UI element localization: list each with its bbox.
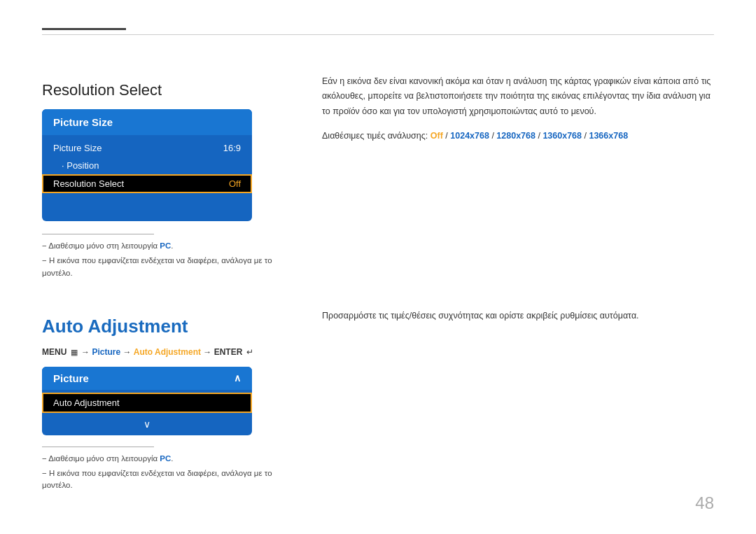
section2-right: Προσαρμόστε τις τιμές/θέσεις συχνότητας … [308,304,714,495]
picture-header-label: Picture [53,372,89,384]
section2-left: Auto Adjustment MENU ▦ → Picture → Auto … [42,304,308,495]
nav-enter: ENTER [214,347,243,357]
picture-menu-header: Picture ∧ [42,367,252,390]
section1-note1: − Διαθέσιμο μόνο στη λειτουργία PC. [42,240,287,252]
nav-arrow2: → [122,347,133,357]
nav-picture: Picture [92,347,120,357]
resolution-val1: 1024x768 [450,131,489,141]
nav-arrow3: → [203,347,214,357]
section2-description: Προσαρμόστε τις τιμές/θέσεις συχνότητας … [322,309,714,323]
picture-size-label: Picture Size [53,143,102,153]
section1-right: Εάν η εικόνα δεν είναι κανονική ακόμα κα… [308,70,714,282]
menu-item-position: · Position [42,157,252,174]
section1-title: Resolution Select [42,81,287,99]
nav-arrow1: → [81,347,92,357]
menu-box-header: Picture Size [42,109,252,135]
position-label: · Position [62,160,99,171]
section1: Resolution Select Picture Size Picture S… [42,70,714,282]
menu-icon: ▦ [71,348,78,356]
picture-menu-footer: ∨ [42,416,252,435]
section2: Auto Adjustment MENU ▦ → Picture → Auto … [42,304,714,495]
page-number: 48 [695,493,714,513]
menu-label: MENU [42,347,66,357]
section1-divider [42,234,154,234]
section2-divider [42,447,154,447]
chevron-down-icon: ∨ [144,419,150,430]
resolution-off: Off [430,131,443,141]
picture-size-value: 16:9 [223,143,241,153]
resolution-val3: 1360x768 [542,131,582,141]
section1-description: Εάν η εικόνα δεν είναι κανονική ακόμα κα… [322,74,714,119]
section2-title: Auto Adjustment [42,316,287,337]
resolution-label: Διαθέσιμες τιμές ανάλυσης: [322,131,428,141]
picture-menu-body: Auto Adjustment [42,390,252,416]
section1-note1-pc: PC [160,241,171,250]
resolution-select-value: Off [229,178,241,189]
resolution-val2: 1280x768 [496,131,536,141]
auto-adjustment-item[interactable]: Auto Adjustment [42,393,252,413]
menu-item-resolution-select[interactable]: Resolution Select Off [42,174,252,193]
section2-note1-pc: PC [160,454,171,463]
chevron-up-icon: ∧ [234,372,241,384]
section1-left: Resolution Select Picture Size Picture S… [42,70,308,282]
resolution-val4: 1366x768 [589,131,628,141]
picture-size-menu-box: Picture Size Picture Size 16:9 · Positio… [42,109,252,221]
picture-menu-box: Picture ∧ Auto Adjustment ∨ [42,367,252,435]
enter-icon: ↵ [246,347,253,357]
resolution-values-line: Διαθέσιμες τιμές ανάλυσης: Off / 1024x76… [322,129,714,143]
section2-note2: − Η εικόνα που εμφανίζεται ενδέχεται να … [42,468,287,492]
nav-line: MENU ▦ → Picture → Auto Adjustment → ENT… [42,347,287,357]
auto-adjustment-label: Auto Adjustment [53,398,120,408]
resolution-select-label: Resolution Select [53,178,124,189]
nav-auto: Auto Adjustment [134,347,201,357]
page-container: Resolution Select Picture Size Picture S… [0,0,756,534]
section2-note1: − Διαθέσιμο μόνο στη λειτουργία PC. [42,453,287,465]
menu-item-picture-size: Picture Size 16:9 [42,139,252,157]
menu-box-body: Picture Size 16:9 · Position Resolution … [42,135,252,202]
section1-note2: − Η εικόνα που εμφανίζεται ενδέχεται να … [42,255,287,279]
